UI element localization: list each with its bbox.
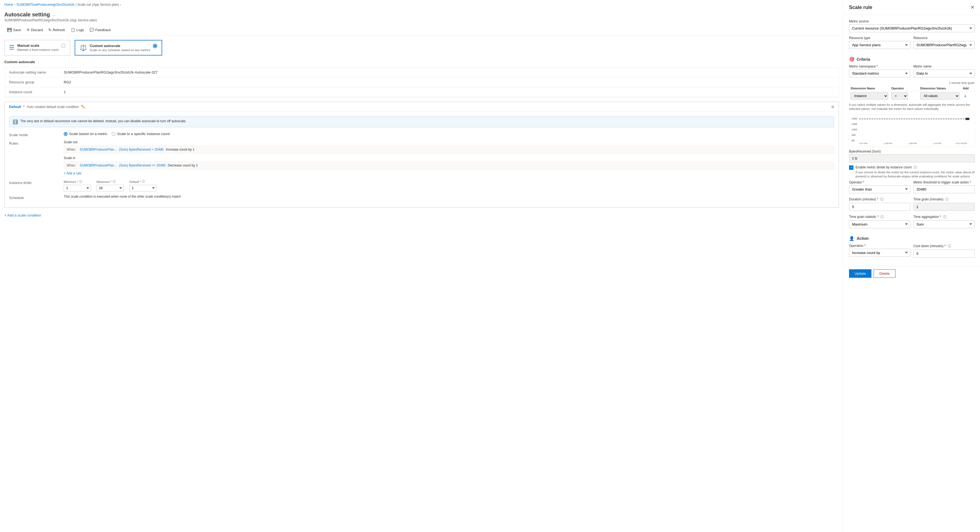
maximum-info-icon: ⓘ	[113, 179, 116, 184]
page-subtitle: SUMOBRProducerPlanRG2wgv3nv2hzoh2k (App …	[0, 18, 843, 24]
scale-to-count-dot	[111, 132, 115, 136]
discard-button[interactable]: ✕ Discard	[24, 27, 46, 33]
dimension-name-select[interactable]: Instance	[851, 92, 888, 100]
metric-namespace-select[interactable]: Standard metrics	[849, 70, 910, 77]
operation-select[interactable]: Increase count by	[849, 249, 910, 257]
scale-in-rule[interactable]: When SUMOBRProducerPlan... (Sum) BytesRe…	[64, 162, 834, 169]
custom-autoscale-option[interactable]: ⚖️ Custom autoscale Scale on any schedul…	[75, 40, 162, 56]
scale-by-metric-dot	[64, 132, 68, 136]
time-grain-statistic-field: Time grain statistic * ⓘ Maximum	[849, 214, 910, 228]
edit-icon[interactable]: ✏️	[81, 105, 85, 109]
dimension-table: Dimension Name Operator Dimension Values…	[849, 86, 975, 101]
page-title: Autoscale setting	[5, 11, 50, 18]
resource-type-resource-row: Resource type App Service plans Resource…	[849, 36, 975, 53]
panel-title: Scale rule	[849, 5, 872, 10]
time-grain-field: Time grain (minutes) ⓘ	[913, 197, 975, 211]
condition-section: Default * Auto created default scale con…	[5, 102, 839, 208]
operator-label: Operator *	[849, 180, 910, 184]
svg-text:UTC+05:30: UTC+05:30	[956, 142, 967, 145]
default-select[interactable]: 1	[129, 185, 157, 191]
time-aggregation-select[interactable]: Sum	[913, 220, 975, 228]
add-rule-button[interactable]: + Add a rule	[64, 170, 81, 176]
scale-out-rule[interactable]: When SUMOBRProducerPlan... (Sum) BytesRe…	[64, 146, 834, 153]
minimum-select[interactable]: 1	[64, 185, 91, 191]
custom-autoscale-label: Custom autoscale	[5, 60, 839, 64]
refresh-button[interactable]: ↻ Refresh	[46, 27, 68, 33]
update-button[interactable]: Update	[849, 269, 872, 278]
discard-icon: ✕	[27, 28, 30, 32]
resource-field: Resource SUMOBRProducerPlanRG2wgv3nvhz..…	[913, 36, 975, 49]
feedback-icon: 💬	[89, 28, 94, 32]
dim-col-add: Add	[961, 86, 975, 91]
criteria-divider: 🎯 Criteria	[849, 57, 975, 62]
scale-to-count-radio[interactable]: Scale to a specific instance count	[111, 132, 170, 136]
instance-limits-row: Instance limits Minimum * ⓘ 1	[9, 179, 834, 191]
dimension-info-note: If you select multiple values for a dime…	[849, 103, 975, 111]
breadcrumb-home[interactable]: Home	[5, 3, 13, 6]
maximum-select[interactable]: 10	[97, 185, 124, 191]
schedule-desc: This scale condition is executed when no…	[64, 195, 181, 199]
manual-scale-radio[interactable]	[61, 43, 65, 48]
toolbar: 💾 Save ✕ Discard ↻ Refresh 📋 Logs 💬 Feed…	[0, 24, 843, 35]
operator-select[interactable]: Greater than	[849, 185, 910, 193]
delete-warning-text: The very last or default recurrence rule…	[20, 119, 186, 123]
scale-by-metric-radio[interactable]: Scale based on a metric	[64, 132, 107, 136]
feedback-button[interactable]: 💬 Feedback	[87, 27, 113, 33]
bytes-received-label: BytesReceived (Sum)	[849, 149, 975, 153]
disable-icon[interactable]: ⊘	[831, 105, 834, 109]
time-grain-input[interactable]	[913, 203, 975, 211]
dimension-values-select[interactable]: All values	[920, 92, 959, 100]
operator-field: Operator * Greater than	[849, 180, 910, 193]
delete-button[interactable]: Delete	[873, 269, 896, 278]
metric-name-field: Metric name Data In	[913, 65, 975, 77]
metric-threshold-label: Metric threshold to trigger scale action…	[913, 180, 975, 184]
panel-close-button[interactable]: ✕	[970, 5, 975, 10]
breadcrumb-page: Scale out (App Service plan)	[77, 3, 119, 6]
resource-group-value: RG2	[59, 77, 838, 87]
more-options-icon[interactable]: ...	[52, 13, 55, 17]
enable-divide-desc: If you choose to divide the metric by th…	[856, 170, 975, 179]
dimension-operator-select[interactable]: =	[891, 92, 908, 100]
scale-mode-row: Scale mode Scale based on a metric Scale…	[9, 132, 834, 137]
metric-threshold-input[interactable]	[913, 185, 975, 193]
custom-autoscale-icon: ⚖️	[80, 44, 87, 51]
metric-threshold-field: Metric threshold to trigger scale action…	[913, 180, 975, 193]
logs-button[interactable]: 📋 Logs	[68, 27, 87, 33]
operation-field: Operation * Increase count by	[849, 244, 910, 257]
info-table: Autoscale setting name SUMOBRProducerPla…	[5, 68, 838, 97]
condition-asterisk: *	[23, 105, 25, 109]
save-icon: 💾	[7, 28, 12, 32]
panel-header: Scale rule ✕	[843, 0, 980, 15]
metric-namespace-name-row: Metric namespace * Standard metrics Metr…	[849, 65, 975, 81]
operator-threshold-row: Operator * Greater than Metric threshold…	[849, 180, 975, 197]
dim-col-operator: Operator	[890, 86, 919, 91]
add-condition-button[interactable]: + Add a scale condition	[5, 212, 41, 218]
scale-by-metric-label: Scale based on a metric	[69, 132, 107, 136]
save-button[interactable]: 💾 Save	[5, 27, 24, 33]
resource-label: Resource	[913, 36, 975, 40]
default-label: Default * ⓘ	[129, 179, 157, 184]
resource-select[interactable]: SUMOBRProducerPlanRG2wgv3nvhz...	[913, 41, 975, 49]
add-dimension-button[interactable]: ＋	[963, 93, 968, 99]
duration-input[interactable]	[849, 203, 910, 211]
time-grain-label: Time grain (minutes) ⓘ	[913, 197, 975, 202]
enable-divide-info-icon: ⓘ	[913, 165, 917, 169]
svg-text:20kB: 20kB	[851, 117, 857, 120]
table-row: Autoscale setting name SUMOBRProducerPla…	[5, 68, 838, 77]
enable-divide-label: Enable metric divide by instance count ⓘ	[856, 165, 975, 170]
duration-info-icon: ⓘ	[880, 197, 883, 201]
enable-divide-checkbox[interactable]: ✓	[849, 165, 853, 170]
metric-name-select[interactable]: Data In	[913, 70, 975, 77]
time-aggregation-field: Time aggregation * ⓘ Sum	[913, 214, 975, 228]
manual-scale-option[interactable]: ☰ Manual scale Maintain a fixed instance…	[5, 40, 70, 56]
cool-down-input[interactable]	[913, 249, 975, 257]
breadcrumb-resource[interactable]: SUMOBRTaskProducerwgv3nv2hzoh2k	[16, 3, 75, 6]
minimum-field: Minimum * ⓘ 1	[64, 179, 91, 191]
default-field: Default * ⓘ 1	[129, 179, 157, 191]
custom-autoscale-radio[interactable]	[153, 44, 157, 48]
metric-source-select[interactable]: Current resource (SUMOBRProducerPlanRG2w…	[849, 24, 975, 32]
time-grain-statistic-select[interactable]: Maximum	[849, 220, 910, 228]
bytes-received-input[interactable]	[849, 154, 975, 162]
resource-group-label: Resource group	[5, 77, 59, 87]
resource-type-select[interactable]: App Service plans	[849, 41, 910, 49]
